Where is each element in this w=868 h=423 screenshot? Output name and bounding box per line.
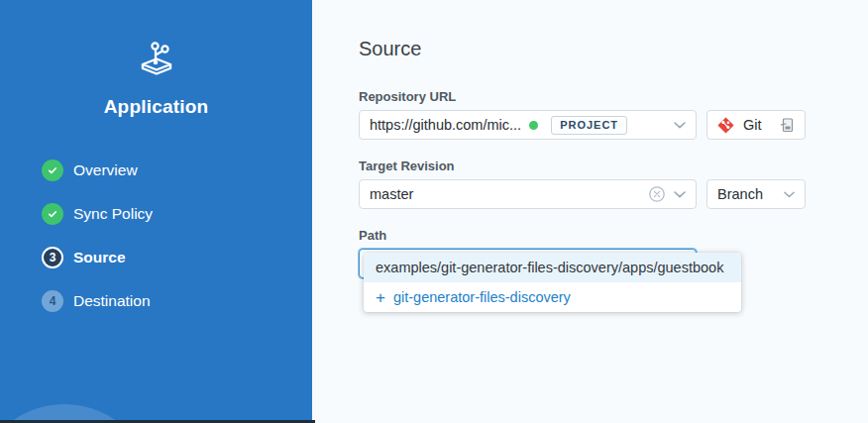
clear-icon[interactable] [648,185,666,203]
repo-type-select[interactable]: Git [706,110,806,140]
target-revision-input[interactable]: master [359,179,697,209]
step-number-badge: 3 [42,247,63,268]
project-badge: PROJECT [551,116,627,135]
chevron-down-icon [784,191,795,198]
repository-url-field: Repository URL https://github.com/mic...… [359,89,868,140]
path-suggestions-dropdown: examples/git-generator-files-discovery/a… [364,253,741,312]
repository-url-input[interactable]: https://github.com/mic... PROJECT [359,110,697,140]
step-overview[interactable]: Overview [42,159,312,181]
path-create-item[interactable]: + git-generator-files-discovery [364,282,741,312]
step-source[interactable]: 3 Source [42,247,312,268]
chevron-down-icon [674,191,686,198]
step-label: Destination [73,292,151,310]
step-label: Sync Policy [73,205,153,223]
step-destination[interactable]: 4 Destination [42,290,312,312]
target-revision-value: master [370,186,413,202]
target-revision-field: Target Revision master [359,159,868,209]
chevron-down-icon [674,122,686,129]
step-number-badge: 4 [42,290,63,312]
check-icon [42,203,63,225]
wizard-steps: Overview Sync Policy 3 Source 4 Destinat… [0,159,312,312]
new-application-wizard: Application Overview Sync Policy [0,0,868,423]
repo-connected-dot [529,121,538,130]
git-icon [717,117,734,134]
path-suggestion-item[interactable]: examples/git-generator-files-discovery/a… [364,253,741,282]
path-label: Path [359,228,868,243]
repository-url-label: Repository URL [359,89,868,104]
suggestion-label: examples/git-generator-files-discovery/a… [376,260,723,275]
step-label: Overview [73,161,138,179]
repo-type-value: Git [743,117,762,133]
revision-type-value: Branch [717,186,763,202]
repository-url-value: https://github.com/mic... [370,117,521,133]
check-icon [42,159,63,181]
panel-heading: Source [359,38,868,60]
file-toggle-icon [779,117,795,133]
step-sync-policy[interactable]: Sync Policy [42,203,312,225]
wizard-sidebar: Application Overview Sync Policy [0,0,312,423]
application-icon [0,38,312,81]
target-revision-label: Target Revision [359,159,868,173]
repository-url-row: https://github.com/mic... PROJECT [359,110,868,140]
plus-icon: + [376,289,385,306]
suggestion-label: git-generator-files-discovery [393,289,571,305]
revision-type-select[interactable]: Branch [706,179,806,209]
source-panel: Source Repository URL https://github.com… [312,0,868,423]
step-label: Source [73,249,126,266]
sidebar-title: Application [0,96,312,118]
target-revision-row: master Branch [359,179,868,209]
